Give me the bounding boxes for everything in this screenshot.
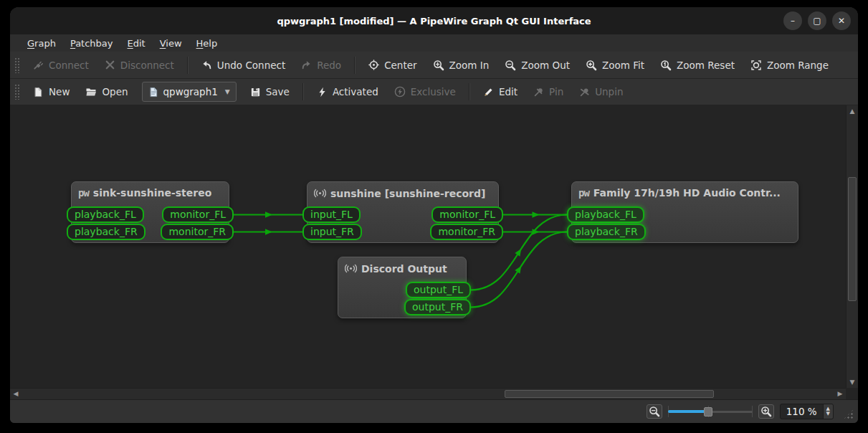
port-sink-monitor-fl[interactable]: monitor_FL [162,206,234,223]
pin-icon [533,87,544,97]
node-title: Discord Output [361,263,447,275]
node-title: sink-sunshine-stereo [93,187,211,199]
edit-label: Edit [499,86,518,97]
pipewire-icon: pw [578,187,589,199]
zoom-reset-button[interactable]: Zoom Reset [652,54,743,76]
node-header: sunshine [sunshine-record] [307,182,498,199]
save-label: Save [266,86,290,97]
zoom-in-button[interactable]: Zoom In [425,54,497,76]
menu-view[interactable]: View [153,37,189,50]
port-family-playback-fr[interactable]: playback_FR [567,224,646,240]
unpin-button[interactable]: Unpin [571,81,631,103]
window-title: qpwgraph1 [modified] — A PipeWire Graph … [277,16,591,27]
zoom-fit-label: Zoom Fit [602,60,644,71]
zoom-range-icon [750,60,762,71]
connect-button[interactable]: Connect [25,54,97,76]
close-button[interactable]: ✕ [832,11,851,30]
menu-bar: GraphPatchbayEditViewHelp [10,34,858,52]
broadcast-icon [314,187,326,199]
toolbar-grip-handle[interactable] [14,84,19,100]
node-sink-sunshine-stereo[interactable]: pwsink-sunshine-stereoplayback_FLplaybac… [71,181,229,243]
toolbar-grip-handle[interactable] [14,57,19,73]
scroll-up-arrow-icon[interactable]: ▲ [846,106,858,116]
zoom-controls: 110 % ▲ ▼ [647,404,854,419]
center-button[interactable]: Center [361,54,424,76]
menu-patchbay[interactable]: Patchbay [63,37,120,50]
edit-pencil-icon [483,87,494,97]
port-discord-output-fl[interactable]: output_FL [406,282,471,298]
pipewire-icon: pw [578,187,589,199]
disconnect-button[interactable]: Disconnect [97,54,182,76]
node-family-17h-19h-hd-audio-contr[interactable]: pwFamily 17h/19h HD Audio Contr...playba… [571,181,798,243]
zoom-percent-spinbox[interactable]: 110 % ▲ ▼ [780,404,834,419]
scroll-down-arrow-icon[interactable]: ▼ [846,377,858,387]
connection-wires[interactable] [10,105,846,388]
spinbox-arrows[interactable]: ▲ ▼ [823,404,833,419]
app-window: qpwgraph1 [modified] — A PipeWire Graph … [10,7,858,423]
zoom-in-button[interactable] [758,404,774,419]
activated-button[interactable]: Activated [309,81,386,103]
menu-graph[interactable]: Graph [20,37,63,50]
zoom-in-icon [433,60,444,71]
new-label: New [49,86,70,97]
save-icon [250,87,261,97]
port-family-playback-fl[interactable]: playback_FL [567,206,644,223]
ports-left: playback_FLplayback_FR [67,206,146,240]
pipewire-icon: pw [78,187,89,199]
vertical-scrollbar[interactable]: ▲ ▼ [846,105,858,388]
redo-button[interactable]: Redo [293,54,349,76]
document-icon [148,87,159,97]
open-button[interactable]: Open [77,81,135,103]
port-sink-monitor-fr[interactable]: monitor_FR [161,224,234,240]
undo-connect-button[interactable]: Undo Connect [194,54,293,76]
horizontal-scrollbar[interactable]: ◀ ▶ [10,388,846,399]
slider-handle[interactable] [704,407,712,417]
exclusive-bolt-icon [394,86,406,97]
zoom-out-button[interactable] [647,404,662,419]
undo-connect-label: Undo Connect [217,60,285,71]
minimize-button[interactable]: – [783,11,802,30]
edit-button[interactable]: Edit [475,81,525,103]
port-discord-output-fr[interactable]: output_FR [404,299,471,315]
vertical-scrollbar-thumb[interactable] [848,177,857,301]
new-button[interactable]: New [25,81,77,103]
activated-bolt-icon [317,87,328,97]
node-sunshine-sunshine-record[interactable]: sunshine [sunshine-record]input_FLinput_… [307,181,499,243]
zoom-range-button[interactable]: Zoom Range [743,54,836,76]
port-sunshine-input-fr[interactable]: input_FR [302,224,362,240]
pin-button[interactable]: Pin [525,81,571,103]
node-title: Family 17h/19h HD Audio Contr... [593,187,781,199]
menu-edit[interactable]: Edit [120,37,153,50]
qpwgraph1-combobox[interactable]: qpwgraph1▼ [142,82,237,102]
wire-arrow-icon [515,247,523,257]
exclusive-button[interactable]: Exclusive [386,81,464,103]
spin-down-icon[interactable]: ▼ [826,411,830,417]
center-icon [368,60,379,70]
graph-canvas[interactable]: pwsink-sunshine-stereoplayback_FLplaybac… [10,105,858,399]
save-button[interactable]: Save [242,81,297,103]
toolbar-separator [469,83,470,100]
port-sink-playback-fr[interactable]: playback_FR [67,224,146,240]
scroll-right-arrow-icon[interactable]: ▶ [835,389,845,399]
port-sink-playback-fl[interactable]: playback_FL [67,206,144,223]
node-header: pwFamily 17h/19h HD Audio Contr... [572,182,798,199]
port-sunshine-input-fl[interactable]: input_FL [302,206,361,223]
node-discord-output[interactable]: Discord Outputoutput_FLoutput_FR [338,257,467,318]
new-file-icon [33,87,44,97]
maximize-button[interactable]: ▢ [808,11,826,30]
zoom-slider[interactable] [668,405,753,418]
scroll-left-arrow-icon[interactable]: ◀ [11,389,21,399]
zoom-percent-value: 110 % [781,404,823,419]
port-sunshine-monitor-fr[interactable]: monitor_FR [430,224,503,240]
menu-help[interactable]: Help [189,37,225,50]
horizontal-scrollbar-thumb[interactable] [505,390,714,398]
port-sunshine-monitor-fl[interactable]: monitor_FL [431,206,503,223]
zoom-fit-button[interactable]: Zoom Fit [578,54,652,76]
node-header: pwsink-sunshine-stereo [72,182,229,199]
qpwgraph1-label: qpwgraph1 [163,86,218,97]
toolbar-patchbay: NewOpenqpwgraph1▼SaveActivatedExclusiveE… [10,79,858,105]
ports-left: input_FLinput_FR [302,206,362,240]
zoom-out-button[interactable]: Zoom Out [497,54,578,76]
toolbar-graph: ConnectDisconnectUndo ConnectRedoCenterZ… [10,52,858,79]
resize-grip[interactable] [844,409,854,419]
